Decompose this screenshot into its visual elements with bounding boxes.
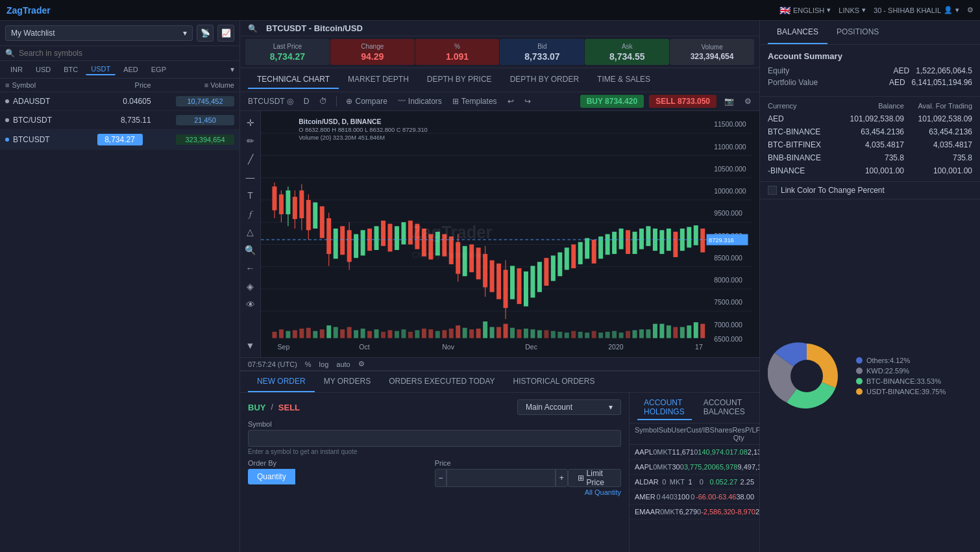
volume-value: 323,394,654 (691, 52, 734, 61)
pct-btn[interactable]: % (305, 360, 312, 368)
symbol-display[interactable]: BTCUSDT ◎ (245, 95, 296, 107)
magnify-tool[interactable]: 🔍 (243, 242, 258, 258)
currency-row[interactable]: AED 101,092,538.09 101,092,538.09 (760, 112, 980, 125)
redo-btn[interactable]: ↪ (522, 95, 533, 107)
settings-btn[interactable]: ⚙ (742, 95, 754, 107)
undo-btn[interactable]: ↩ (505, 95, 517, 107)
watchlist-dropdown[interactable]: My Watchlist ▾ (5, 25, 193, 41)
currency-col-header: Currency (768, 102, 836, 110)
list-item[interactable]: ADAUSDT 0.04605 10,745,452 (0, 92, 239, 111)
watchlist-chart-btn[interactable]: 📈 (217, 25, 234, 42)
currency-row[interactable]: -BINANCE 100,001.00 100,001.00 (760, 164, 980, 177)
shape-tool[interactable]: △ (243, 224, 258, 240)
price-input[interactable] (447, 469, 556, 487)
indicators-btn[interactable]: 〰 Indicators (395, 95, 445, 107)
tab-time-and-sales[interactable]: TIME & SALES (588, 71, 659, 89)
snapshot-btn[interactable]: 📷 (722, 95, 737, 107)
line-tool[interactable]: ╱ (243, 151, 258, 167)
links-menu[interactable]: LINKS ▾ (839, 6, 866, 14)
table-row[interactable]: AAPL 0 MKT 11,671 0 140,974.01 7.08 2,13… (630, 445, 759, 460)
auto-btn[interactable]: auto (336, 360, 350, 368)
tab-account-holdings[interactable]: ACCOUNT HOLDINGS (637, 395, 692, 420)
sell-order-btn[interactable]: SELL 8733.050 (649, 95, 717, 108)
tab-inr[interactable]: INR (5, 64, 28, 75)
list-item[interactable]: BTCUSDT 8,734.27 323,394,654 (0, 130, 239, 150)
crosshair-tool[interactable]: ✛ (243, 115, 258, 131)
svg-rect-81 (612, 232, 617, 254)
svg-rect-158 (680, 327, 685, 338)
user-menu[interactable]: 30 - SHIHAB KHALIL 👤 ▾ (874, 6, 959, 14)
tab-technical-chart[interactable]: TECHNICAL CHART (248, 71, 339, 89)
tab-market-depth[interactable]: MARKET DEPTH (339, 71, 418, 89)
eye-tool[interactable]: 👁 (243, 297, 258, 312)
language-selector[interactable]: 🇬🇧 ENGLISH ▾ (779, 5, 831, 16)
watchlist-rss-btn[interactable]: 📡 (197, 25, 214, 42)
row-plpct: 7.08 (733, 448, 747, 456)
currency-row[interactable]: BTC-BINANCE 63,454.2136 63,454.2136 (760, 125, 980, 138)
link-color-checkbox[interactable] (768, 186, 777, 195)
tab-btc[interactable]: BTC (58, 64, 83, 75)
sort-icon: ≡ (5, 81, 9, 89)
tab-my-orders[interactable]: MY ORDERS (315, 371, 380, 392)
chart-settings-btn[interactable]: ⚙ (358, 360, 365, 368)
symbol-hint: Enter a symbol to get an instant quote (248, 448, 621, 455)
svg-rect-131 (496, 327, 501, 338)
tab-new-order[interactable]: NEW ORDER (248, 371, 315, 392)
text-tool[interactable]: T (243, 188, 258, 203)
buy-order-btn[interactable]: BUY 8734.420 (580, 95, 644, 108)
sell-label[interactable]: SELL (278, 403, 300, 412)
interval-selector[interactable]: D (301, 95, 312, 107)
settings-btn[interactable]: ⚙ (967, 6, 974, 14)
symbol-input[interactable] (248, 430, 621, 447)
interval-icon[interactable]: ⏱ (317, 95, 330, 107)
svg-rect-72 (551, 256, 556, 281)
tab-depth-by-price[interactable]: DEPTH BY PRICE (418, 71, 501, 89)
collapse-tool[interactable]: ▼ (243, 338, 258, 353)
row-symbol: EMAAR (635, 508, 660, 516)
table-row[interactable]: ALDAR 0 MKT 1 0 0.05 2.27 2.25 (630, 475, 759, 490)
horizontal-line-tool[interactable]: — (243, 169, 258, 185)
price-minus-btn[interactable]: − (435, 469, 447, 487)
tab-aed[interactable]: AED (118, 64, 143, 75)
price-label: Price (435, 459, 621, 467)
all-quantity-link[interactable]: All Quantity (435, 488, 621, 496)
currency-available: 101,092,538.09 (904, 114, 972, 123)
currency-row[interactable]: BTC-BITFINEX 4,035.4817 4,035.4817 (760, 138, 980, 151)
search-input[interactable] (19, 49, 234, 58)
search-icon[interactable]: 🔍 (248, 24, 261, 33)
account-selector[interactable]: Main Account ▾ (517, 399, 621, 415)
price-plus-btn[interactable]: + (556, 469, 567, 487)
currency-available: 4,035.4817 (904, 140, 972, 149)
table-row[interactable]: AAPL 0 MKT 30 0 3,775,200 65,978 9,497,1… (630, 460, 759, 475)
compare-btn[interactable]: ⊕ Compare (343, 95, 389, 107)
tab-depth-by-order[interactable]: DEPTH BY ORDER (501, 71, 588, 89)
table-row[interactable]: AMER 0 4403 100 0 -66.00 -63.46 38.00 (630, 490, 759, 505)
more-currencies-btn[interactable]: ▾ (230, 65, 234, 74)
arrow-tool[interactable]: ← (243, 260, 258, 276)
svg-rect-115 (387, 330, 392, 338)
templates-btn[interactable]: ⊞ Templates (450, 95, 500, 107)
quantity-btn[interactable]: Quantity (248, 469, 295, 484)
tab-usd[interactable]: USD (31, 64, 56, 75)
tab-usdt[interactable]: USDT (86, 64, 116, 75)
table-row[interactable]: EMAAR 0 MKT 6,279 0 -2,586,320 -8,970 26… (630, 505, 759, 520)
currency-row[interactable]: BNB-BINANCE 735.8 735.8 (760, 151, 980, 164)
svg-rect-83 (626, 230, 630, 254)
svg-rect-145 (592, 331, 596, 338)
tab-historical-orders[interactable]: HISTORICAL ORDERS (504, 371, 604, 392)
list-item[interactable]: BTC/USDT 8,735.11 21,450 (0, 111, 239, 130)
pencil-tool[interactable]: ✏ (243, 133, 258, 149)
tab-orders-today[interactable]: ORDERS EXECUTED TODAY (380, 371, 504, 392)
legend-dot (856, 388, 863, 395)
buy-label[interactable]: BUY (248, 403, 265, 412)
fibonacci-tool[interactable]: 𝑓 (243, 206, 258, 221)
svg-text:O 8632.800  H 8818.000  L 8632: O 8632.800 H 8818.000 L 8632.800 C 8729.… (299, 126, 428, 133)
tab-account-balances[interactable]: ACCOUNT BALANCES (697, 395, 752, 420)
log-btn[interactable]: log (319, 360, 329, 368)
tab-egp[interactable]: EGP (146, 64, 171, 75)
tab-balances[interactable]: BALANCES (768, 21, 827, 44)
time-display: 07:57:24 (UTC) (248, 360, 297, 368)
eraser-tool[interactable]: ◈ (243, 279, 258, 294)
tab-positions[interactable]: POSITIONS (827, 21, 888, 44)
limit-price-btn[interactable]: ⊞ Limit Price (568, 469, 621, 487)
